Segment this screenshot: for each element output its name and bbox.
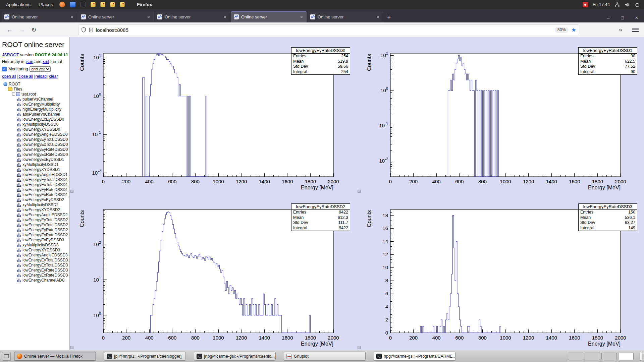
tree-item[interactable]: xyMultiplicityDSSD0 — [2, 122, 67, 127]
panel-app-icon[interactable] — [120, 2, 125, 7]
tree-item[interactable]: lowEnergyAngleEDSSD0 — [2, 132, 67, 137]
stats-box[interactable]: lowEnergyEyRateDSSD3 Entries150 Mean536.… — [578, 203, 637, 231]
stats-box[interactable]: lowEnergyEyRateDSSD1 Entries90 Mean622.5… — [578, 47, 637, 75]
bookmark-star-icon[interactable]: ★ — [571, 26, 576, 34]
tree-item[interactable]: lowEnergyAngleEDSSD2 — [2, 212, 67, 217]
minimize-button[interactable]: – — [607, 15, 610, 20]
browser-tab[interactable]: Online server× — [155, 11, 230, 22]
overflow-menu-icon[interactable]: » — [616, 25, 625, 35]
tree-item[interactable]: lowEnergyExEyDSSD1 — [2, 157, 67, 162]
tree-item[interactable]: lowEnergyEyRateDSSD3 — [2, 267, 67, 273]
pad-resize-handle[interactable] — [358, 346, 361, 349]
plot-pad-dssd3[interactable]: 0200400600800100012001400160018002000024… — [357, 193, 644, 350]
taskbar-window-button[interactable]: >_[npg@carme-gsi:~/Programs/caenlo...] — [194, 352, 276, 361]
tree-node-root[interactable]: ROOT — [2, 81, 67, 86]
url-text[interactable]: localhost:8085 — [96, 27, 552, 33]
tab-close-icon[interactable]: × — [146, 14, 151, 20]
tab-close-icon[interactable]: × — [223, 14, 227, 20]
pad-resize-handle[interactable] — [70, 190, 73, 193]
tree-item[interactable]: xyMultiplicityDSSD3 — [2, 242, 67, 247]
tree-item[interactable]: lowEnergyEyRateDSSD1 — [2, 187, 67, 192]
reload-button[interactable]: ↻ — [29, 25, 39, 35]
shield-icon[interactable] — [81, 27, 86, 33]
browser-tab[interactable]: Online server× — [78, 11, 154, 22]
plot-pad-dssd1[interactable]: 020040060080010001200140016001800200010-… — [357, 37, 644, 193]
tree-item[interactable]: lowEnergyXYDSSD1 — [2, 167, 67, 172]
tree-node-file[interactable]: − test.root — [2, 92, 67, 97]
xml-link[interactable]: xml — [43, 59, 49, 64]
clear-link[interactable]: clear — [49, 74, 58, 79]
applications-menu[interactable]: Applications — [4, 2, 33, 7]
back-button[interactable]: ← — [5, 25, 15, 35]
collapse-icon[interactable]: − — [12, 93, 15, 96]
tree-item[interactable]: lowEnergyExTotalDSSD3 — [2, 262, 67, 267]
workspace-cell[interactable] — [568, 353, 583, 360]
taskbar-window-button[interactable]: >_npg@carme-gsi:~/Programs/CARME... — [374, 352, 455, 361]
tree-item[interactable]: lowEnergyEyTotalDSSD2 — [2, 217, 67, 222]
panel-app-icon[interactable] — [91, 2, 96, 7]
places-menu[interactable]: Places — [37, 2, 55, 7]
browser-tab[interactable]: Online server× — [308, 11, 383, 22]
tree-item[interactable]: lowEnergyXYDSSD0 — [2, 127, 67, 132]
tree-item[interactable]: lowEnergyExRateDSSD1 — [2, 192, 67, 197]
tree-item[interactable]: lowEnergyChannelADC — [2, 278, 67, 283]
tree-item[interactable]: highEnergyMultiplicity — [2, 107, 67, 112]
monitoring-checkbox[interactable]: ✓ — [2, 67, 7, 71]
close-button[interactable]: × — [635, 15, 638, 20]
tree-item[interactable]: lowEnergyXYDSSD3 — [2, 247, 67, 252]
stats-box[interactable]: lowEnergyEyRateDSSD2 Entries9422 Mean612… — [291, 203, 350, 231]
jsroot-link[interactable]: JSROOT — [2, 53, 19, 57]
tree-item[interactable]: lowEnergyExRateDSSD0 — [2, 152, 67, 157]
tree-item[interactable]: lowEnergyAngleEDSSD1 — [2, 172, 67, 177]
pad-resize-handle[interactable] — [70, 346, 73, 349]
file-manager-icon[interactable] — [70, 2, 75, 7]
tree-item[interactable]: lowEnergyEyTotalDSSD3 — [2, 257, 67, 262]
new-tab-button[interactable]: + — [384, 14, 394, 22]
forward-button[interactable]: → — [17, 25, 27, 35]
maximize-button[interactable]: □ — [621, 15, 624, 20]
tab-close-icon[interactable]: × — [376, 14, 380, 20]
hamburger-menu-icon[interactable] — [632, 27, 639, 33]
plot-pad-dssd2[interactable]: 0200400600800100012001400160018002000100… — [70, 193, 357, 350]
taskbar-window-button[interactable]: Online server — Mozilla Firefox — [14, 352, 96, 361]
stats-box[interactable]: lowEnergyEyRateDSSD0 Entries254 Mean519.… — [291, 47, 350, 75]
close-all-link[interactable]: close all — [18, 74, 33, 79]
tree-item[interactable]: lowEnergyExRateDSSD2 — [2, 232, 67, 237]
page-info-icon[interactable] — [89, 27, 93, 33]
screen-recorder-icon[interactable] — [583, 2, 588, 7]
tree-item[interactable]: lowEnergyXYDSSD2 — [2, 207, 67, 212]
workspace-cell[interactable] — [601, 353, 617, 360]
tab-close-icon[interactable]: × — [299, 14, 304, 20]
layout-select[interactable]: grid 2x2 — [30, 66, 51, 72]
url-bar[interactable]: localhost:8085 80% ★ — [78, 24, 579, 35]
tree-item[interactable]: lowEnergyExTotalDSSD1 — [2, 182, 67, 187]
tree-item[interactable]: lowEnergyEyRateDSSD2 — [2, 227, 67, 232]
tree-item[interactable]: xyMultiplicityDSSD2 — [2, 202, 67, 207]
tree-item[interactable]: lowEnergyExEyDSSD0 — [2, 117, 67, 122]
json-link[interactable]: json — [25, 59, 33, 64]
tree-item[interactable]: lowEnergyAngleEDSSD3 — [2, 252, 67, 257]
browser-tab[interactable]: Online server× — [231, 11, 307, 22]
panel-app-icon[interactable] — [110, 2, 115, 7]
panel-launcher-icon[interactable] — [59, 2, 65, 7]
tree-item[interactable]: xyMultiplicityDSSD1 — [2, 162, 67, 167]
edge-strip[interactable] — [640, 352, 642, 361]
open-all-link[interactable]: open all — [2, 74, 16, 79]
tree-item[interactable]: lowEnergyExTotalDSSD2 — [2, 222, 67, 227]
zoom-indicator[interactable]: 80% — [555, 27, 569, 33]
tree-item[interactable]: lowEnergyExEyDSSD3 — [2, 237, 67, 242]
tree-item[interactable]: lowEnergyEyRateDSSD0 — [2, 147, 67, 152]
pad-resize-handle[interactable] — [358, 190, 361, 193]
workspace-cell[interactable] — [618, 353, 634, 360]
taskbar-window-button[interactable]: >_[pi@nnrpi1: ~/Programs/caenlogger] — [104, 352, 186, 361]
reload-link[interactable]: reload — [36, 74, 47, 79]
tree-item[interactable]: lowEnergyExEyDSSD2 — [2, 197, 67, 202]
tree-item[interactable]: lowEnergyExTotalDSSD0 — [2, 142, 67, 147]
network-icon[interactable] — [614, 2, 620, 7]
tree-item[interactable]: lowEnergyEyTotalDSSD1 — [2, 177, 67, 182]
workspace-cell[interactable] — [585, 353, 600, 360]
browser-tab[interactable]: Online server× — [2, 11, 77, 22]
plot-pad-dssd0[interactable]: 020040060080010001200140016001800200010-… — [70, 37, 357, 193]
tree-item[interactable]: lowEnergyMultiplicity — [2, 102, 67, 107]
show-desktop-button[interactable] — [2, 352, 11, 361]
